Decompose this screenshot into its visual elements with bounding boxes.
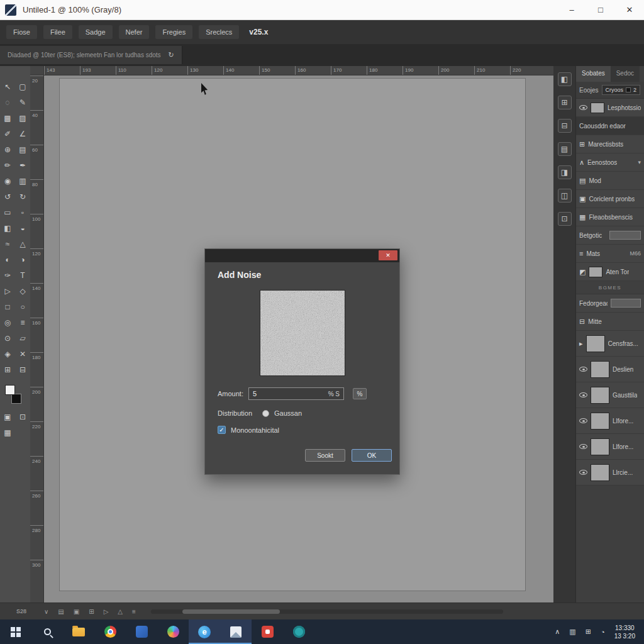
panel-icon[interactable]: ⊟ xyxy=(558,119,572,133)
tool-button[interactable]: ◌ xyxy=(0,94,15,110)
layer-thumbnail[interactable] xyxy=(591,387,609,404)
tool-button[interactable]: ✎ xyxy=(15,94,30,110)
tool-button[interactable]: ○ xyxy=(15,299,30,314)
tool-button[interactable]: ◒ xyxy=(15,220,30,236)
layer-row[interactable]: ▸ Censfras... xyxy=(576,331,644,357)
menu-item[interactable]: Filee xyxy=(43,25,72,39)
taskbar-app-colorful[interactable] xyxy=(157,619,189,644)
zoom-level[interactable]: S28 xyxy=(16,608,26,614)
tool-button[interactable]: ↻ xyxy=(15,189,30,204)
dialog-titlebar[interactable]: ✕ xyxy=(205,249,399,262)
start-button[interactable] xyxy=(0,619,31,644)
tool-button[interactable]: △ xyxy=(15,236,30,252)
amount-input[interactable]: 5 % S xyxy=(248,387,344,400)
menu-item[interactable]: Sadge xyxy=(79,25,113,39)
tool-button[interactable]: T xyxy=(15,267,30,283)
layer-thumbnail[interactable] xyxy=(591,464,609,481)
status-icon[interactable]: ≡ xyxy=(132,608,136,615)
status-icon[interactable]: ∨ xyxy=(44,608,48,615)
document-tab[interactable]: Diadaed @ 10ter (ES8); slemeetn Fan lor … xyxy=(0,46,182,64)
layer-thumbnail[interactable] xyxy=(591,413,609,430)
minimize-button[interactable]: – xyxy=(557,0,586,19)
tool-button[interactable]: ▨ xyxy=(15,110,30,126)
percent-button[interactable]: % xyxy=(353,388,367,399)
blend-mode-input[interactable] xyxy=(609,231,641,240)
layer-thumbnail[interactable] xyxy=(591,103,604,113)
tool-button[interactable]: □ xyxy=(0,299,15,314)
tool-button[interactable]: ▣ xyxy=(0,409,15,425)
tool-button[interactable]: ◑ xyxy=(15,252,30,267)
panel-tab[interactable]: Sedoc xyxy=(611,66,640,82)
tool-button[interactable]: ▦ xyxy=(0,425,15,440)
foreground-color-swatch[interactable] xyxy=(5,385,15,395)
status-icon[interactable]: ▷ xyxy=(104,608,109,615)
dialog-close-button[interactable]: ✕ xyxy=(379,250,397,260)
taskbar-chrome[interactable] xyxy=(94,619,126,644)
tool-button[interactable]: ▩ xyxy=(0,110,15,126)
panel-icon[interactable]: ⊞ xyxy=(558,96,572,109)
close-button[interactable]: ✕ xyxy=(615,0,644,19)
layer-thumbnail[interactable] xyxy=(586,335,605,352)
tray-chevron-icon[interactable]: ∧ xyxy=(555,628,560,636)
tool-button[interactable]: ◉ xyxy=(0,173,15,189)
taskbar-photos[interactable] xyxy=(220,619,252,644)
layer-thumbnail[interactable] xyxy=(589,267,602,277)
tool-button[interactable]: ✏ xyxy=(0,157,15,173)
taskbar-file-explorer[interactable] xyxy=(63,619,94,644)
tool-button[interactable]: ≈ xyxy=(0,236,15,252)
panel-row[interactable]: Lesphotssiorl xyxy=(576,99,644,117)
layer-row[interactable]: Llfore... xyxy=(576,408,644,434)
layer-row[interactable]: Deslien xyxy=(576,357,644,382)
tool-button[interactable]: ▢ xyxy=(15,79,30,94)
gaussian-radio[interactable] xyxy=(262,410,269,417)
tool-button[interactable]: ≡ xyxy=(15,314,30,330)
tool-button[interactable]: ↖ xyxy=(0,79,15,94)
taskbar-app-red[interactable] xyxy=(252,619,283,644)
layer-thumbnail[interactable] xyxy=(591,438,609,455)
tool-button[interactable]: ↺ xyxy=(0,189,15,204)
panel-row[interactable]: ∧ Eenostoos ▾ xyxy=(576,153,644,172)
tool-button[interactable]: ⊞ xyxy=(0,362,15,377)
visibility-eye-icon[interactable] xyxy=(579,418,587,423)
tool-button[interactable]: ▫ xyxy=(15,204,30,220)
tool-button[interactable]: ∠ xyxy=(15,126,30,142)
panel-tab-active[interactable]: Sobates xyxy=(576,66,611,82)
taskbar-edge[interactable]: e xyxy=(189,619,220,644)
tool-button[interactable]: ▱ xyxy=(15,330,30,346)
tool-button[interactable]: ✑ xyxy=(0,267,15,283)
menu-item[interactable]: Sreclecs xyxy=(199,25,239,39)
tool-button[interactable]: ✐ xyxy=(0,126,15,142)
status-icon[interactable]: △ xyxy=(118,608,123,615)
tool-button[interactable]: ✒ xyxy=(15,157,30,173)
background-color-swatch[interactable] xyxy=(11,394,21,404)
menu-item[interactable]: Fiose xyxy=(6,25,37,39)
search-button[interactable] xyxy=(31,619,63,644)
visibility-eye-icon[interactable] xyxy=(579,392,587,397)
panel-icon[interactable]: ⊡ xyxy=(558,212,572,226)
tool-button[interactable]: ▥ xyxy=(15,173,30,189)
layer-thumbnail[interactable] xyxy=(591,361,609,378)
panel-row[interactable]: Caousddn edaor xyxy=(576,117,644,135)
scrollbar-thumb[interactable] xyxy=(182,609,280,614)
menu-item[interactable]: Nefer xyxy=(119,25,150,39)
tool-button[interactable]: ⊕ xyxy=(0,142,15,157)
panel-icon[interactable]: ◧ xyxy=(558,72,572,86)
tool-button[interactable]: ✕ xyxy=(15,346,30,362)
tool-button[interactable]: ⊡ xyxy=(15,409,30,425)
panel-row[interactable]: ≡ Mats M66 xyxy=(576,245,644,263)
visibility-eye-icon[interactable] xyxy=(579,367,587,372)
status-icon[interactable]: ⊞ xyxy=(89,608,94,615)
cancel-button[interactable]: Sookt xyxy=(305,449,345,462)
panel-row[interactable]: ⊞ Marectisbsts xyxy=(576,135,644,153)
panel-row[interactable]: ▤ Mod xyxy=(576,172,644,190)
panel-icon[interactable]: ▤ xyxy=(558,142,572,156)
panel-row[interactable]: ▣ Coriclent pronbs xyxy=(576,190,644,208)
visibility-eye-icon[interactable] xyxy=(579,470,587,475)
color-swatches[interactable] xyxy=(0,382,30,409)
visibility-eye-icon[interactable] xyxy=(579,444,587,449)
layer-row[interactable]: Llfore... xyxy=(576,434,644,460)
tool-button[interactable]: ⊟ xyxy=(15,362,30,377)
tray-icon[interactable]: ⊞ xyxy=(586,628,591,636)
horizontal-scrollbar[interactable] xyxy=(151,609,503,614)
panel-row[interactable]: ◩ Aten Tor xyxy=(576,263,644,281)
